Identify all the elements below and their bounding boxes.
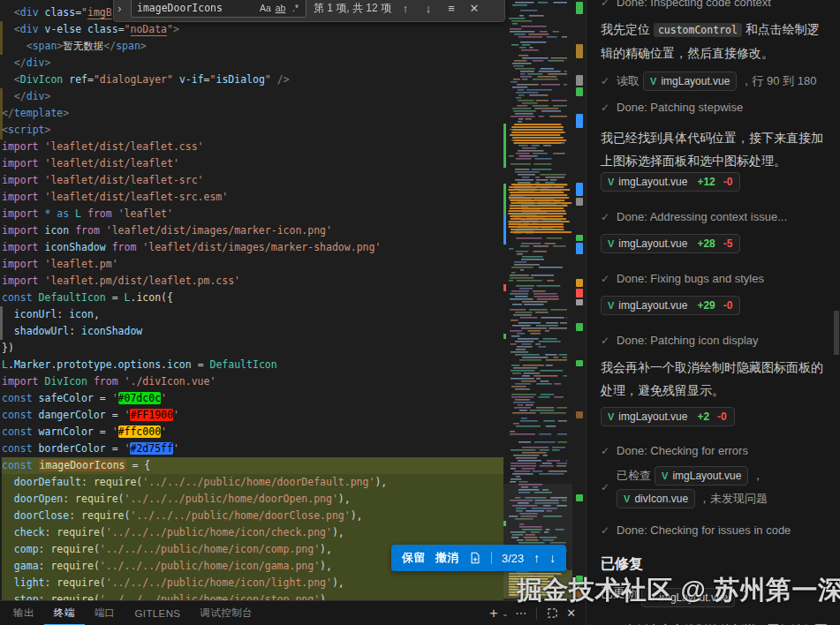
code-line: import 'leaflet.pm/dist/leaflet.pm.css'	[2, 273, 503, 290]
status-row: ✓Done: Inspecting code context	[601, 0, 828, 11]
check-icon: ✓	[601, 271, 609, 287]
file-name: imgLayout.vue	[618, 410, 687, 423]
close-panel-icon[interactable]: ✕	[563, 605, 580, 622]
toggle-replace-icon[interactable]: ›	[114, 0, 125, 21]
lines-removed: -0	[723, 176, 733, 188]
whole-word-icon[interactable]: ab	[273, 1, 288, 15]
vue-icon: V	[608, 238, 614, 249]
keep-file-icon[interactable]	[469, 552, 481, 564]
file-name: imgLayout.vue	[618, 176, 687, 188]
code-line: const warnColor = '#ffc000'	[2, 424, 503, 441]
ruler-mark	[576, 114, 583, 128]
close-find-icon[interactable]: ✕	[465, 0, 483, 17]
ruler-mark	[576, 360, 583, 366]
code-line: const safeColor = '#07dc0c'	[2, 390, 503, 407]
code-line: iconUrl: icon,	[2, 306, 503, 323]
diff-chip-row: VimgLayout.vue+2-0	[601, 407, 828, 426]
chat-text: 读取	[617, 73, 639, 89]
code-line: import 'leaflet/dist/leaflet.css'	[2, 139, 503, 155]
code-editor[interactable]: <div class="imgB <div v-else class="noDa…	[0, 0, 586, 600]
code-line: doorClose: require('../../../public/home…	[2, 508, 503, 524]
vue-icon: V	[624, 491, 630, 507]
chat-text: 已检查	[617, 468, 651, 484]
vue-file-chip[interactable]: VdivIcon.vue	[617, 489, 695, 508]
code-line: <script>	[2, 122, 503, 139]
vue-file-chip[interactable]: VimgLayout.vue	[643, 72, 737, 91]
code-line: L.Marker.prototype.options.icon = Defaul…	[2, 357, 503, 373]
vue-file-chip[interactable]: VimgLayout.vue	[641, 588, 735, 607]
panel-tab-bar: 输出终端端口GITLENS调试控制台 + ⌄ ⋯ ✕	[0, 600, 586, 625]
match-case-icon[interactable]: Aa	[258, 1, 273, 15]
previous-diff-icon[interactable]: ↑	[534, 551, 540, 565]
divider	[536, 607, 537, 620]
keep-button[interactable]: 保留	[402, 550, 426, 566]
find-query[interactable]: imageDoorIcons	[137, 2, 258, 14]
lines-added: +12	[697, 176, 715, 188]
panel-tab-终端[interactable]: 终端	[44, 601, 85, 625]
code-line: import iconShadow from 'leaflet/dist/ima…	[2, 239, 503, 256]
bullet-text: 左侧自定义绘制控件新增了图标选择面板	[624, 621, 828, 625]
ruler-mark	[576, 576, 583, 586]
vue-file-chip[interactable]: VimgLayout.vue+29-0	[601, 296, 740, 315]
file-name: imgLayout.vue	[672, 468, 741, 484]
check-icon: ✓	[601, 209, 609, 225]
vue-file-chip[interactable]: VimgLayout.vue+12-0	[601, 172, 740, 192]
vue-file-chip[interactable]: VimgLayout.vue+28-5	[601, 234, 740, 253]
lines-removed: -0	[723, 299, 733, 312]
next-match-icon[interactable]: ↓	[420, 0, 437, 17]
ruler-mark	[576, 198, 583, 206]
undo-button[interactable]: 撤消	[435, 550, 459, 566]
overview-ruler	[573, 0, 586, 600]
chat-content: ✓Done: Inspecting code context我先定位 custo…	[601, 0, 828, 625]
code-line: <div v-else class="noData">	[2, 21, 503, 38]
find-input[interactable]: imageDoorIcons Aa ab .*	[131, 0, 306, 18]
ruler-mark	[576, 183, 583, 196]
terminal-profile-dropdown-icon[interactable]: ⌄	[500, 605, 511, 622]
code-line: const imageDoorIcons = {	[2, 457, 503, 474]
vue-file-chip[interactable]: VimgLayout.vue+2-0	[601, 407, 735, 426]
regex-icon[interactable]: .*	[288, 1, 303, 15]
panel-tab-输出[interactable]: 输出	[4, 601, 44, 625]
ruler-mark	[576, 243, 583, 254]
code-line: doorDefault: require('../../../public/ho…	[2, 474, 503, 491]
vue-icon: V	[662, 468, 668, 484]
code-line: })	[2, 340, 503, 357]
ruler-mark	[576, 289, 583, 297]
chat-text: 我会再补一个取消绘制时隐藏图标面板的处理，避免残留显示。	[601, 360, 823, 397]
minimap[interactable]	[503, 0, 572, 600]
panel-tab-端口[interactable]: 端口	[85, 601, 125, 625]
chat-paragraph: 我先定位 customControl 和点击绘制逻辑的精确位置，然后直接修改。	[601, 18, 828, 64]
panel-tab-GITLENS[interactable]: GITLENS	[125, 601, 190, 625]
next-diff-icon[interactable]: ↓	[549, 551, 556, 565]
lines-removed: -0	[717, 410, 727, 423]
divider	[491, 552, 492, 564]
maximize-panel-icon[interactable]	[543, 605, 561, 622]
previous-match-icon[interactable]: ↑	[397, 0, 414, 17]
check-icon: ✓	[601, 333, 609, 349]
vue-icon: V	[608, 177, 614, 187]
check-icon: ✓	[601, 479, 609, 495]
diff-counter: 3/23	[502, 552, 524, 565]
status-text: Done: Addressing context issue...	[617, 209, 787, 225]
vue-icon: V	[608, 411, 614, 422]
status-text: Done: Inspecting code context	[617, 0, 771, 11]
panel-scrollbar[interactable]	[834, 311, 839, 355]
ruler-mark	[576, 44, 583, 58]
status-row: ✓Done: Patching icon display	[601, 333, 828, 349]
check-icon: ✓	[601, 443, 609, 459]
vue-file-chip[interactable]: VimgLayout.vue	[655, 466, 748, 486]
file-read-row: ✓读取 VimgLayout.vue，行 90 到 180	[601, 70, 828, 93]
status-text: Done: Fixing bugs and styles	[617, 271, 764, 287]
code-line: const borderColor = '#2d75ff'	[2, 441, 503, 457]
chat-paragraph: 我已经找到具体代码位置，接下来直接加上图标选择面板和选中图标处理。	[601, 126, 828, 172]
code-line: import icon from 'leaflet/dist/images/ma…	[2, 222, 503, 239]
more-actions-icon[interactable]: ⋯	[512, 605, 530, 622]
find-in-selection-icon[interactable]: ≡	[443, 0, 460, 17]
status-text: Done: Patching stepwise	[617, 100, 743, 116]
ai-chat-panel: ✓Done: Inspecting code context我先定位 custo…	[586, 0, 840, 625]
panel-tab-调试控制台[interactable]: 调试控制台	[190, 601, 262, 625]
vue-icon: V	[608, 300, 614, 311]
code-line: check: require('../../../public/home/ico…	[2, 524, 503, 541]
bullet-dot: •	[611, 621, 616, 625]
status-row: ✓Done: Addressing context issue...	[601, 209, 828, 225]
